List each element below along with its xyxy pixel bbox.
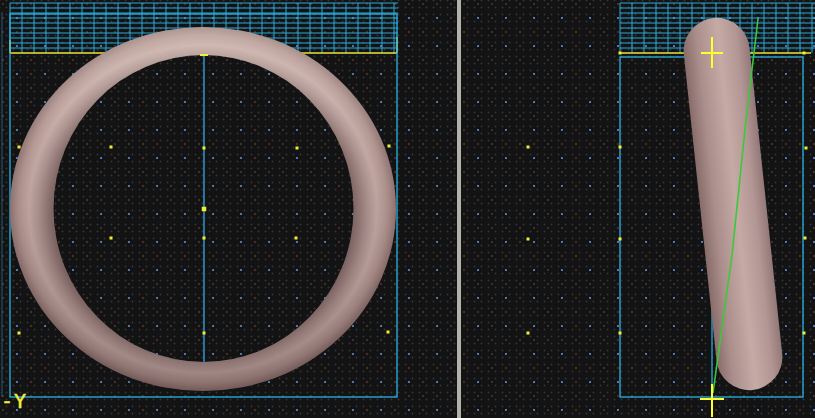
lattice-point[interactable] [110,237,113,240]
selection-end-dot[interactable] [619,52,622,55]
center-lattice-point[interactable] [202,207,207,212]
selection-end-dot[interactable] [803,52,806,55]
lattice-point[interactable] [110,146,113,149]
lattice-point[interactable] [619,146,622,149]
lattice-point[interactable] [203,147,206,150]
lattice-point[interactable] [388,145,391,148]
lattice-point[interactable] [527,146,530,149]
lattice-point[interactable] [203,237,206,240]
lattice-point[interactable] [203,332,206,335]
lattice-point[interactable] [803,332,806,335]
lattice-point[interactable] [804,237,807,240]
application-canvas: -Y [0,0,815,418]
lattice-point[interactable] [527,332,530,335]
lattice-point[interactable] [18,146,21,149]
selected-lattice-point[interactable] [527,238,530,241]
lattice-point[interactable] [295,237,298,240]
lattice-point[interactable] [805,147,808,150]
lattice-point[interactable] [619,238,622,241]
lattice-point[interactable] [296,147,299,150]
lattice-point[interactable] [387,331,390,334]
lattice-point[interactable] [619,332,622,335]
lattice-point[interactable] [18,332,21,335]
